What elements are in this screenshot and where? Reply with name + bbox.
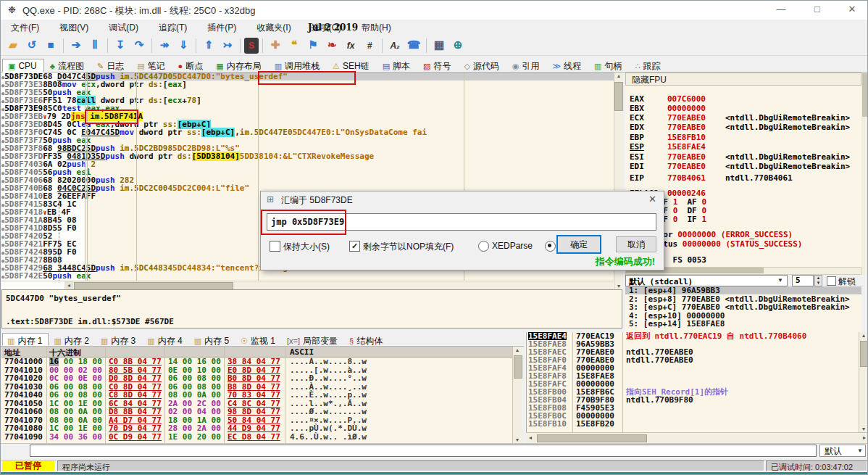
patches-icon[interactable]: ✚ [267, 37, 284, 53]
arguments-pane[interactable]: 1: [esp+4] 96A59BB32: [esp+8] 770EABE0 <… [625, 286, 861, 332]
tab-graph[interactable]: ♣流程图 [44, 58, 91, 72]
nop-fill-checkbox[interactable]: ✓ [349, 241, 360, 252]
calling-convention-select[interactable]: 默认 (stdcall) [625, 275, 788, 286]
menu-file[interactable]: 文件(F) [1, 20, 49, 34]
register-row[interactable]: EDX770EABE0<ntdll.DbgUiRemoteBreakin> [630, 123, 706, 132]
scroll-up-button[interactable]: ▴ [859, 332, 868, 339]
scroll-down-button[interactable]: ▾ [513, 437, 522, 443]
strings-icon[interactable]: A₂ [386, 38, 404, 54]
register-row[interactable]: EBX00000000 [630, 104, 706, 113]
step-into-icon[interactable]: ↧ [112, 37, 129, 53]
chevron-down-icon[interactable]: ▼ [857, 447, 863, 454]
scylla-plugin-icon[interactable]: S [244, 38, 259, 54]
tab-seh[interactable]: ⚠SEH链 [327, 58, 377, 72]
tab-dump-4[interactable]: ▥内存 4 [142, 333, 188, 346]
register-row[interactable]: ECX770EABE0<ntdll.DbgUiRemoteBreakin> [630, 114, 706, 123]
close-icon[interactable]: ✕ [648, 194, 656, 205]
pause-icon[interactable]: Ⅱ [86, 37, 104, 53]
hide-fpu-button[interactable]: 隐藏FPU [625, 73, 861, 86]
close-button[interactable]: ✕ [841, 4, 863, 15]
argument-row[interactable]: 5: [esp+14] 15E8FAE8 [625, 320, 861, 328]
tab-locals[interactable]: [x=]局部变量 [282, 333, 344, 346]
favourites-icon[interactable]: ⊕ [449, 37, 467, 53]
dump-row[interactable]: 7704109034 00 36 000C D9 04 771E 00 20 0… [1, 433, 512, 442]
tab-struct[interactable]: §结构体 [344, 333, 389, 346]
scroll-down-button[interactable]: ▾ [614, 283, 623, 289]
tab-dump-3[interactable]: ▥内存 3 [96, 333, 142, 346]
scroll-right-button[interactable]: ▸ [860, 434, 868, 441]
ok-button[interactable]: 确定 [556, 235, 601, 254]
attach-icon[interactable]: ☎ [405, 37, 422, 53]
scroll-up-button[interactable]: ▴ [513, 347, 522, 353]
tab-symbols[interactable]: ▧符号 [417, 58, 458, 72]
tab-trace[interactable]: ∴跟踪 [629, 58, 667, 72]
menu-help[interactable]: 帮助(H) [351, 20, 401, 34]
run-to-cursor-icon[interactable]: ↣ [219, 37, 236, 53]
scroll-left-button[interactable]: ◂ [526, 434, 535, 441]
hash-icon[interactable]: # [361, 38, 378, 54]
command-input[interactable] [30, 445, 817, 457]
stop-icon[interactable]: ■ [42, 37, 59, 53]
stepper-arrows[interactable]: ▲▼ [814, 275, 822, 286]
stack-row[interactable]: 15E8FB1015E8FB20 [527, 420, 859, 428]
menu-view[interactable]: 视图(V) [49, 20, 99, 34]
disasm-row[interactable]: ●5D8F73F0C745 0C E047C45Dmov dword ptr s… [1, 128, 614, 136]
scrollbar-thumb[interactable] [614, 82, 623, 111]
run-to-user-code-icon[interactable]: ⇓ [175, 37, 192, 53]
tab-dump-2[interactable]: ▥内存 2 [49, 333, 95, 346]
menu-plugins[interactable]: 插件(P) [197, 20, 246, 34]
scroll-left-button[interactable]: ◂ [64, 281, 73, 289]
tab-references[interactable]: ◉引用 [506, 58, 547, 72]
xedparse-label[interactable]: XEDParse [492, 241, 533, 251]
tab-dump-5[interactable]: ▥内存 5 [189, 333, 235, 346]
calculator-icon[interactable]: ▦ [430, 37, 448, 53]
tab-source[interactable]: ◇源代码 [458, 58, 506, 72]
scrollbar-thumb[interactable] [862, 73, 868, 117]
xedparse-radio[interactable] [478, 241, 489, 252]
step-out-icon[interactable]: ⇑ [200, 37, 217, 53]
argument-row[interactable]: 3: [esp+C] 770EABE0 <ntdll.DbgUiRemoteBr… [625, 303, 861, 311]
menu-trace[interactable]: 追踪(T) [149, 20, 197, 34]
functions-icon[interactable]: fx [342, 38, 359, 54]
dialog-title-bar[interactable]: ⊞ 汇编于 5D8F73DE ✕ [261, 191, 664, 209]
tab-dump-1[interactable]: ▥内存 1 [2, 333, 49, 346]
register-row[interactable]: ESP15E8FAE4 [630, 143, 706, 152]
execute-till-return-icon[interactable]: ↠ [156, 37, 173, 53]
disasm-row[interactable]: ●5D8F74036A 02push 2 [1, 160, 614, 168]
asmjit-radio[interactable] [545, 241, 556, 252]
nop-fill-label[interactable]: 剩余字节以NOP填充(F) [363, 241, 454, 253]
tab-call-stack[interactable]: ▥调用堆栈 [269, 58, 327, 72]
scrollbar-thumb[interactable] [514, 355, 522, 379]
minimize-button[interactable]: — [770, 4, 792, 15]
scrollbar-thumb[interactable] [537, 434, 647, 442]
scroll-down-button[interactable]: ▾ [859, 426, 868, 432]
tab-memory-map[interactable]: ▦内存布局 [210, 58, 268, 72]
maximize-button[interactable]: □ [806, 4, 828, 15]
tab-watch-1[interactable]: ☉监视 1 [235, 333, 282, 346]
argument-row[interactable]: 4: [esp+10] 00000000 [625, 312, 861, 320]
stack-pane[interactable]: 15E8FAE4770EAC19返回到 ntdll.770EAC19 自 ntd… [526, 332, 859, 432]
unlock-checkbox[interactable] [827, 276, 836, 286]
scroll-up-button[interactable]: ▴ [614, 73, 623, 79]
cancel-button[interactable]: 取消 [616, 236, 656, 252]
register-row[interactable]: ESI770EABE0<ntdll.DbgUiRemoteBreakin> [630, 153, 706, 162]
argument-row[interactable]: 2: [esp+8] 770EABE0 <ntdll.DbgUiRemoteBr… [625, 295, 861, 303]
register-row[interactable]: EBP15E8FB10 [630, 133, 706, 142]
menu-favourites[interactable]: 收藏夹(I) [246, 20, 301, 34]
step-over-icon[interactable]: ↷ [130, 37, 148, 53]
chevron-down-icon[interactable]: ▼ [777, 277, 783, 284]
open-file-icon[interactable]: ▰ [4, 37, 22, 53]
scrollbar-thumb[interactable] [860, 341, 868, 367]
tab-script[interactable]: ▤脚本 [377, 58, 417, 72]
labels-icon[interactable]: ⚑ [304, 37, 322, 53]
restart-icon[interactable]: ↺ [23, 37, 41, 53]
register-row[interactable]: EDI770EABE0<ntdll.DbgUiRemoteBreakin> [630, 162, 706, 171]
tab-log[interactable]: ✎日志 [91, 58, 131, 72]
argument-row[interactable]: 1: [esp+4] 96A59BB3 [625, 286, 861, 294]
run-icon[interactable]: ➔ [67, 37, 85, 53]
tab-cpu[interactable]: ▣CPU [2, 59, 44, 73]
tab-handles[interactable]: ▥句柄 [588, 58, 629, 72]
keep-size-label[interactable]: 保持大小(S) [283, 241, 330, 253]
register-row[interactable]: EAX007C6000 [630, 95, 706, 104]
tab-threads[interactable]: ≫线程 [547, 58, 589, 72]
